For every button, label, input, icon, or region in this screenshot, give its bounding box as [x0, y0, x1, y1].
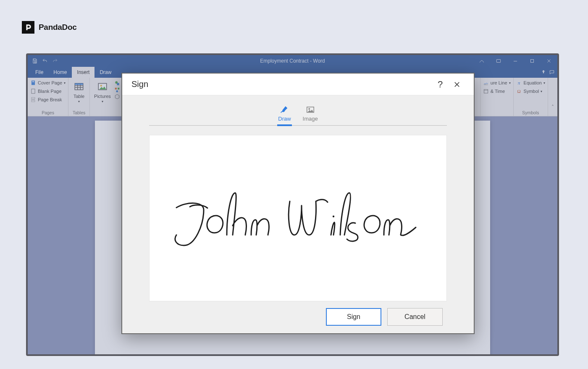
- cancel-button-label: Cancel: [404, 313, 425, 321]
- pen-draw-icon: [280, 105, 289, 114]
- tab-image[interactable]: Image: [303, 105, 318, 125]
- help-button[interactable]: ?: [432, 76, 449, 93]
- tab-draw-label: Draw: [278, 116, 291, 122]
- sign-dialog-title: Sign: [131, 79, 148, 89]
- signature-canvas[interactable]: [149, 135, 447, 301]
- sign-dialog-footer: Sign Cancel: [149, 301, 447, 326]
- pandadoc-wordmark: PandaDoc: [39, 23, 77, 32]
- signature-drawing: [164, 176, 433, 260]
- sign-tabs: Draw Image: [149, 105, 447, 126]
- cancel-button[interactable]: Cancel: [387, 308, 443, 326]
- help-icon: ?: [438, 79, 443, 90]
- close-button[interactable]: [449, 76, 465, 93]
- sign-dialog: Sign ? Draw Image: [121, 73, 475, 334]
- svg-point-17: [332, 216, 334, 217]
- sign-dialog-body: Draw Image: [122, 95, 474, 333]
- pandadoc-mark-icon: [22, 21, 34, 34]
- tab-image-label: Image: [303, 116, 318, 122]
- close-icon: [453, 81, 461, 88]
- image-icon: [306, 105, 315, 114]
- sign-button-label: Sign: [347, 313, 360, 321]
- pandadoc-logo: PandaDoc: [22, 21, 77, 34]
- tab-draw[interactable]: Draw: [278, 105, 291, 125]
- sign-dialog-header: Sign ?: [122, 74, 474, 95]
- sign-button[interactable]: Sign: [326, 308, 381, 326]
- svg-point-16: [308, 108, 310, 110]
